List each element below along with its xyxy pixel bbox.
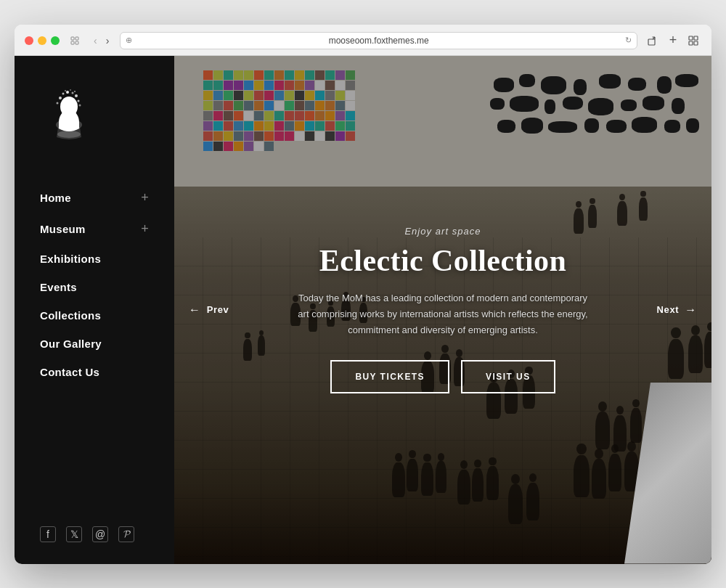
- security-icon: ⊕: [126, 36, 132, 45]
- svg-point-20: [70, 89, 71, 91]
- svg-rect-0: [71, 37, 74, 40]
- svg-point-18: [79, 104, 81, 106]
- svg-point-12: [62, 92, 65, 94]
- slide-prev-button[interactable]: ← Prev: [189, 303, 229, 317]
- sidebar-item-contact[interactable]: Contact Us: [15, 358, 174, 386]
- main-content: // Will be generated by JS below: [174, 56, 711, 564]
- svg-rect-6: [694, 36, 698, 40]
- sidebar: Home + Museum + Exhibitions Events Colle…: [15, 56, 174, 564]
- nav-museum-plus: +: [141, 221, 149, 237]
- new-tab-button[interactable]: +: [665, 33, 681, 49]
- svg-point-17: [57, 102, 59, 104]
- svg-point-16: [78, 99, 80, 102]
- svg-rect-5: [689, 36, 693, 40]
- refresh-icon[interactable]: ↻: [625, 36, 632, 45]
- hero-content: Enjoy art space Eclectic Collection Toda…: [283, 226, 603, 393]
- nav-home-label: Home: [40, 192, 71, 204]
- extensions-button[interactable]: [685, 33, 701, 49]
- svg-point-22: [57, 131, 81, 138]
- buy-tickets-button[interactable]: BUY TICKETS: [330, 360, 449, 393]
- hero-overlay: Enjoy art space Eclectic Collection Toda…: [174, 56, 711, 564]
- nav-contact-label: Contact Us: [40, 366, 99, 378]
- nav-events-label: Events: [40, 281, 77, 293]
- traffic-lights: [25, 36, 60, 45]
- close-button[interactable]: [25, 36, 33, 45]
- facebook-icon[interactable]: f: [40, 526, 56, 542]
- svg-point-10: [60, 97, 78, 117]
- prev-arrow-icon: ←: [189, 303, 201, 317]
- svg-point-13: [66, 91, 69, 94]
- share-button[interactable]: [645, 33, 661, 49]
- logo-icon: [40, 85, 98, 143]
- sidebar-item-collections[interactable]: Collections: [15, 301, 174, 330]
- twitter-icon[interactable]: 𝕏: [66, 526, 82, 542]
- browser-chrome: ‹ › ⊕ mooseoom.foxthemes.me ↻ +: [15, 25, 711, 56]
- svg-point-21: [74, 91, 76, 92]
- hero-title: Eclectic Collection: [298, 244, 588, 277]
- minimize-button[interactable]: [38, 36, 46, 45]
- svg-rect-7: [689, 41, 693, 45]
- sidebar-item-museum[interactable]: Museum +: [15, 213, 174, 245]
- sidebar-item-events[interactable]: Events: [15, 273, 174, 301]
- back-button[interactable]: ‹: [90, 33, 101, 48]
- window-controls-button[interactable]: [67, 33, 83, 49]
- next-label: Next: [657, 304, 680, 315]
- svg-point-15: [75, 94, 78, 97]
- svg-rect-1: [76, 37, 78, 40]
- svg-point-11: [59, 97, 62, 99]
- hero-description: Today the MoM has a leading collection o…: [298, 290, 588, 338]
- nav-collections-label: Collections: [40, 309, 101, 322]
- hero-subtitle: Enjoy art space: [298, 226, 588, 237]
- nav-menu: Home + Museum + Exhibitions Events Colle…: [15, 168, 174, 505]
- next-arrow-icon: →: [685, 303, 697, 317]
- browser-window: ‹ › ⊕ mooseoom.foxthemes.me ↻ +: [15, 25, 711, 564]
- slide-next-button[interactable]: Next →: [657, 303, 697, 317]
- nav-museum-label: Museum: [40, 223, 86, 235]
- visit-us-button[interactable]: VISIT US: [461, 360, 555, 393]
- browser-actions: +: [645, 33, 701, 49]
- svg-point-19: [65, 90, 66, 91]
- sidebar-item-exhibitions[interactable]: Exhibitions: [15, 245, 174, 273]
- address-bar[interactable]: mooseoom.foxthemes.me: [120, 32, 637, 49]
- browser-nav: ‹ ›: [90, 33, 113, 48]
- hero-buttons: BUY TICKETS VISIT US: [298, 360, 588, 393]
- svg-rect-2: [71, 41, 74, 44]
- sidebar-item-gallery[interactable]: Our Gallery: [15, 330, 174, 358]
- svg-rect-3: [76, 41, 78, 44]
- social-bar: f 𝕏 @ 𝓟: [15, 505, 174, 564]
- forward-button[interactable]: ›: [102, 33, 113, 48]
- nav-home-plus: +: [141, 190, 149, 205]
- nav-exhibitions-label: Exhibitions: [40, 253, 101, 265]
- logo-area: [15, 56, 174, 168]
- svg-point-14: [72, 91, 74, 94]
- prev-label: Prev: [207, 304, 229, 315]
- instagram-icon[interactable]: @: [92, 526, 108, 542]
- site-wrapper: Home + Museum + Exhibitions Events Colle…: [15, 56, 711, 564]
- svg-rect-4: [648, 39, 655, 45]
- sidebar-item-home[interactable]: Home +: [15, 182, 174, 213]
- address-bar-wrapper: ⊕ mooseoom.foxthemes.me ↻: [120, 32, 637, 49]
- pinterest-icon[interactable]: 𝓟: [118, 526, 134, 542]
- maximize-button[interactable]: [51, 36, 60, 45]
- nav-gallery-label: Our Gallery: [40, 338, 102, 350]
- svg-rect-8: [694, 41, 698, 45]
